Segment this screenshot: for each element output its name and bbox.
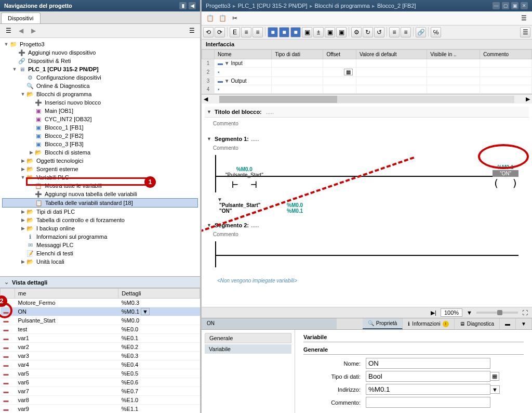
detail-row[interactable]: ▬var2%E0.2 bbox=[1, 343, 200, 352]
block-editor[interactable]: ▼ Titolo del blocco: ..... Commento ▼ Se… bbox=[202, 104, 532, 307]
tb-btn[interactable]: ▣ bbox=[325, 27, 335, 37]
tree-item[interactable]: ✉Messaggi PLC bbox=[2, 241, 198, 249]
tree-item[interactable]: 📋Mostra tutte le variabili bbox=[2, 182, 198, 190]
props-side-general[interactable]: Generale bbox=[205, 333, 291, 343]
zoom-out-icon[interactable]: ▶| bbox=[431, 309, 436, 316]
type-picker-btn[interactable]: ▦ bbox=[490, 372, 499, 381]
breadcrumb-item[interactable]: Progetto3 bbox=[206, 3, 231, 9]
tree-item[interactable]: ▣CYC_INT2 [OB32] bbox=[2, 115, 198, 123]
tree-item[interactable]: ▣Blocco_3 [FB3] bbox=[2, 140, 198, 148]
breadcrumb-item[interactable]: PLC_1 [CPU 315-2 PN/DP] bbox=[238, 3, 308, 9]
tool-btn[interactable]: ✂ bbox=[230, 13, 240, 23]
tab-dispositivi[interactable]: Dispositivi bbox=[1, 12, 41, 23]
tree-item[interactable]: ▣Blocco_2 [FB2] bbox=[2, 132, 198, 140]
field-addr[interactable] bbox=[366, 384, 490, 395]
tb-btn[interactable]: ± bbox=[313, 27, 324, 37]
close-icon[interactable]: ✕ bbox=[521, 2, 528, 9]
breadcrumb-item[interactable]: Blocco_2 [FB2] bbox=[377, 3, 416, 9]
iface-row[interactable]: 4▪ bbox=[202, 85, 532, 94]
tb-btn[interactable]: ≡ bbox=[252, 27, 263, 37]
tb-btn[interactable]: ≡ bbox=[401, 27, 411, 37]
tb-btn[interactable]: ↺ bbox=[374, 27, 384, 37]
tb-btn[interactable]: ▣ bbox=[302, 27, 312, 37]
caret-down-icon[interactable]: ▼ bbox=[207, 109, 211, 114]
tb-btn[interactable]: ⚙ bbox=[351, 27, 362, 37]
field-comment[interactable] bbox=[366, 397, 490, 408]
detail-row[interactable]: ▬test%E0.0 bbox=[1, 325, 200, 334]
detail-row[interactable]: ▬Motore_Fermo%M0.3 bbox=[1, 299, 200, 307]
tb-btn[interactable]: ≡ bbox=[389, 27, 400, 37]
tree-item[interactable]: 📝Elenchi di testi bbox=[2, 249, 198, 257]
tree-item[interactable]: ▣Blocco_1 [FB1] bbox=[2, 123, 198, 132]
detail-table[interactable]: me Dettagli ▬Motore_Fermo%M0.3▬ON%M0.1 ▼… bbox=[0, 288, 200, 413]
interface-table[interactable]: NomeTipo di datiOffsetValore di defaultV… bbox=[202, 49, 532, 94]
tb-btn[interactable]: ≡ bbox=[241, 27, 251, 37]
tool-btn[interactable]: 📋 bbox=[217, 13, 228, 23]
tree-item[interactable]: ▶📂I backup online bbox=[2, 224, 198, 233]
detail-row[interactable]: ▬var6%E0.6 bbox=[1, 378, 200, 387]
tree-item[interactable]: ▶📂Blocchi di sistema bbox=[2, 148, 198, 157]
lad-contact[interactable]: %M0.0 "Pulsante_Start" ⊢ ⊣ bbox=[225, 166, 263, 190]
iface-row[interactable]: 2▪ ▦ bbox=[202, 68, 532, 77]
props-side-variable[interactable]: Variabile bbox=[205, 344, 291, 354]
detail-row[interactable]: ▬ON%M0.1 ▼ bbox=[1, 307, 200, 316]
lad-coil[interactable]: %M0.1 "ON" ( ) bbox=[493, 164, 518, 189]
tb-btn[interactable]: ⟲ bbox=[203, 27, 214, 37]
breadcrumb-item[interactable]: Blocchi di programma bbox=[315, 3, 370, 9]
tab-properties[interactable]: 🔍 Proprietà bbox=[363, 318, 403, 329]
addr-picker-btn[interactable]: ▼ bbox=[490, 385, 500, 394]
tool-btn[interactable]: 📋 bbox=[205, 13, 215, 23]
tree-item[interactable]: ▶📂Unità locali bbox=[2, 257, 198, 266]
detail-row[interactable]: ▬var3%E0.3 bbox=[1, 352, 200, 360]
tree-item[interactable]: ▼🖥PLC_1 [CPU 315-2 PN/DP] bbox=[2, 65, 198, 73]
tb-btn[interactable]: ▣ bbox=[336, 27, 347, 37]
detail-row[interactable]: ▬var1%E0.1 bbox=[1, 334, 200, 343]
expand-icon[interactable]: ⛶ bbox=[522, 309, 528, 316]
col-details[interactable]: Dettagli bbox=[118, 289, 200, 299]
tree-item[interactable]: ▼📁Progetto3 bbox=[2, 40, 198, 48]
tree-item[interactable]: ▶📂Sorgenti esterne bbox=[2, 165, 198, 173]
minimize-icon[interactable]: — bbox=[493, 2, 500, 9]
detail-view-header[interactable]: ⌄ Vista dettagli bbox=[0, 276, 200, 288]
iface-col[interactable]: Valore di default bbox=[356, 50, 427, 59]
tree-item[interactable]: ➕Aggiungi nuovo dispositivo bbox=[2, 48, 198, 57]
zoom-level[interactable]: 100% bbox=[441, 308, 462, 317]
field-type[interactable] bbox=[366, 371, 490, 382]
tree-item[interactable]: ➕Inserisci nuovo blocco bbox=[2, 98, 198, 107]
interface-hscroll[interactable]: ◀ ▶ bbox=[202, 94, 532, 104]
tb-btn[interactable]: ■ bbox=[268, 27, 278, 37]
caret-down-icon[interactable]: ▼ bbox=[207, 136, 211, 141]
tb-btn[interactable]: 🔗 bbox=[416, 27, 426, 37]
panel-btn[interactable]: ◀ bbox=[189, 2, 196, 9]
nav-fwd-btn[interactable]: ▶ bbox=[28, 25, 38, 36]
tree-item[interactable]: ⚙Configurazione dispositivi bbox=[2, 73, 198, 82]
tree-item[interactable]: ▼📂Blocchi di programma bbox=[2, 90, 198, 98]
nav-back-btn[interactable]: ◀ bbox=[16, 25, 26, 36]
col-name[interactable]: me bbox=[15, 289, 118, 299]
tab-diag[interactable]: 🖥 Diagnostica bbox=[455, 318, 500, 329]
tree-item[interactable]: ▼📂Variabili PLC bbox=[2, 173, 198, 182]
tab-info[interactable]: ℹ Informazioni ! bbox=[403, 318, 454, 329]
tree-item[interactable]: ▶📂Tabella di controllo e di forzamento bbox=[2, 216, 198, 224]
tb-btn[interactable]: ⟳ bbox=[215, 27, 225, 37]
tool-btn[interactable]: ☰ bbox=[518, 13, 529, 23]
project-tree[interactable]: 1 ▼📁Progetto3➕Aggiungi nuovo dispositivo… bbox=[0, 38, 200, 276]
segment-1[interactable]: ▼ Segmento 1: ..... Commento %M0.0 "Puls… bbox=[205, 134, 529, 214]
iface-col[interactable]: Offset bbox=[323, 50, 356, 59]
tb-btn[interactable]: ℅ bbox=[431, 27, 441, 37]
field-name[interactable] bbox=[366, 358, 490, 369]
tb-btn[interactable]: ■ bbox=[279, 27, 289, 37]
detail-row[interactable]: ▬var7%E0.7 bbox=[1, 387, 200, 396]
panel-btn[interactable]: ▮ bbox=[179, 2, 187, 9]
tree-item[interactable]: 🔍Online & Diagnostica bbox=[2, 82, 198, 90]
iface-col[interactable]: Nome bbox=[215, 50, 272, 59]
tree-item[interactable]: ▣Main [OB1] bbox=[2, 107, 198, 115]
restore-icon[interactable]: ▢ bbox=[502, 2, 509, 9]
tb-btn[interactable]: ↻ bbox=[363, 27, 373, 37]
iface-col[interactable]: Commento bbox=[480, 50, 532, 59]
caret-down-icon[interactable]: ▼ bbox=[207, 223, 211, 228]
tree-item[interactable]: ➕Aggiungi nuova tabella delle variabili bbox=[2, 190, 198, 198]
tree-item[interactable]: ▶📂Oggetti tecnologici bbox=[2, 157, 198, 165]
iface-col[interactable]: Tipo di dati bbox=[272, 50, 323, 59]
maximize-icon[interactable]: ▣ bbox=[511, 2, 518, 9]
